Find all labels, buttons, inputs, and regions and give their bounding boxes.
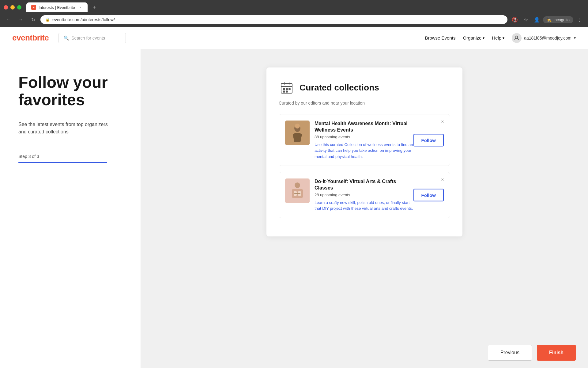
address-bar[interactable]: 🔒 eventbrite.com/u/interests/follow/ bbox=[40, 15, 507, 24]
previous-button[interactable]: Previous bbox=[488, 345, 532, 361]
active-tab[interactable]: e Interests | Eventbrite × bbox=[26, 2, 88, 12]
step-progress-bar bbox=[18, 162, 107, 163]
browser-toolbar: ← → ↻ 🔒 eventbrite.com/u/interests/follo… bbox=[0, 12, 588, 27]
tab-bar: e Interests | Eventbrite × + bbox=[0, 0, 588, 12]
window-controls bbox=[4, 5, 21, 10]
incognito-label: Incognito bbox=[553, 17, 570, 22]
step-text: Step 3 of 3 bbox=[18, 154, 122, 159]
profile-icon[interactable]: 👤 bbox=[532, 15, 542, 25]
svg-point-0 bbox=[516, 36, 518, 38]
step-indicator: Step 3 of 3 bbox=[18, 154, 122, 163]
svg-rect-8 bbox=[283, 91, 285, 92]
new-tab-button[interactable]: + bbox=[90, 3, 99, 12]
search-placeholder: Search for events bbox=[71, 36, 105, 40]
user-avatar bbox=[512, 33, 522, 43]
collection-2-count: 28 upcoming events bbox=[315, 193, 413, 197]
help-link[interactable]: Help ▾ bbox=[492, 35, 504, 40]
url-text: eventbrite.com/u/interests/follow/ bbox=[52, 17, 503, 22]
nav-right: Browse Events Organize ▾ Help ▾ aa181f85… bbox=[425, 33, 576, 43]
svg-rect-5 bbox=[283, 88, 285, 90]
collection-2-description: Learn a crafty new skill, polish old one… bbox=[315, 200, 413, 212]
search-icon: 🔍 bbox=[64, 36, 69, 40]
card-title: Curated collections bbox=[300, 83, 379, 93]
svg-rect-7 bbox=[289, 88, 290, 90]
help-chevron-icon: ▾ bbox=[503, 36, 504, 40]
card-subtitle: Curated by our editors and near your loc… bbox=[279, 101, 450, 105]
menu-icon[interactable]: ⋮ bbox=[575, 15, 584, 25]
collection-1-count: 88 upcoming events bbox=[315, 135, 413, 139]
tab-favicon: e bbox=[31, 5, 36, 10]
bookmark-icon[interactable]: ☆ bbox=[521, 15, 531, 25]
step-progress-fill bbox=[18, 162, 107, 163]
collection-item: × Do-It-Yourself: Virtua bbox=[279, 172, 450, 218]
collection-2-image bbox=[285, 178, 310, 203]
calendar-icon bbox=[279, 80, 295, 96]
collections-card: Curated collections Curated by our edito… bbox=[266, 67, 462, 236]
maximize-window-button[interactable] bbox=[17, 5, 21, 10]
minimize-window-button[interactable] bbox=[10, 5, 15, 10]
svg-rect-6 bbox=[286, 88, 288, 90]
main-layout: Follow your favorites See the latest eve… bbox=[0, 49, 588, 368]
back-button[interactable]: ← bbox=[4, 15, 13, 25]
collection-1-description: Use this curated Collection of wellness … bbox=[315, 142, 413, 160]
collection-item: × Mental Health Awareness Month: Virtual… bbox=[279, 114, 450, 166]
svg-rect-18 bbox=[294, 193, 300, 194]
incognito-button[interactable]: 🕵 Incognito bbox=[543, 16, 573, 23]
user-menu-chevron-icon: ▾ bbox=[574, 36, 576, 40]
user-menu[interactable]: aa181f85@moodjoy.com ▾ bbox=[512, 33, 576, 43]
follow-collection-2-button[interactable]: Follow bbox=[413, 189, 444, 201]
right-panel: Curated collections Curated by our edito… bbox=[141, 49, 588, 368]
user-email: aa181f85@moodjoy.com bbox=[524, 36, 571, 40]
page-footer: Previous Finish bbox=[476, 337, 588, 368]
svg-point-14 bbox=[295, 182, 300, 188]
svg-point-12 bbox=[295, 124, 300, 128]
forward-button[interactable]: → bbox=[16, 15, 26, 25]
svg-rect-9 bbox=[286, 91, 288, 92]
page: eventbrite 🔍 Search for events Browse Ev… bbox=[0, 27, 588, 368]
tab-close-button[interactable]: × bbox=[78, 5, 83, 10]
cast-icon[interactable]: 📵 bbox=[510, 15, 520, 25]
reload-button[interactable]: ↻ bbox=[28, 15, 38, 25]
follow-collection-1-button[interactable]: Follow bbox=[413, 134, 444, 146]
organize-link[interactable]: Organize ▾ bbox=[463, 35, 484, 40]
browser-chrome: e Interests | Eventbrite × + ← → ↻ 🔒 eve… bbox=[0, 0, 588, 27]
incognito-icon: 🕵 bbox=[547, 17, 552, 22]
eventbrite-logo[interactable]: eventbrite bbox=[12, 33, 49, 43]
dismiss-collection-1-button[interactable]: × bbox=[439, 118, 446, 125]
hero-title: Follow your favorites bbox=[18, 74, 122, 109]
collection-1-title: Mental Health Awareness Month: Virtual W… bbox=[315, 121, 413, 133]
search-bar[interactable]: 🔍 Search for events bbox=[58, 33, 126, 43]
toolbar-actions: 📵 ☆ 👤 🕵 Incognito ⋮ bbox=[510, 15, 584, 25]
collection-1-image bbox=[285, 121, 310, 145]
finish-button[interactable]: Finish bbox=[537, 345, 576, 361]
organize-chevron-icon: ▾ bbox=[483, 36, 484, 40]
collection-2-title: Do-It-Yourself: Virtual Arts & Crafts Cl… bbox=[315, 178, 413, 191]
tab-title: Interests | Eventbrite bbox=[39, 5, 75, 10]
left-panel: Follow your favorites See the latest eve… bbox=[0, 49, 141, 368]
hero-subtitle: See the latest events from top organizer… bbox=[18, 121, 116, 136]
card-header: Curated collections bbox=[279, 80, 450, 96]
lock-icon: 🔒 bbox=[45, 17, 50, 22]
site-nav: eventbrite 🔍 Search for events Browse Ev… bbox=[0, 27, 588, 49]
browse-events-link[interactable]: Browse Events bbox=[425, 35, 455, 40]
dismiss-collection-2-button[interactable]: × bbox=[439, 176, 446, 183]
close-window-button[interactable] bbox=[4, 5, 8, 10]
